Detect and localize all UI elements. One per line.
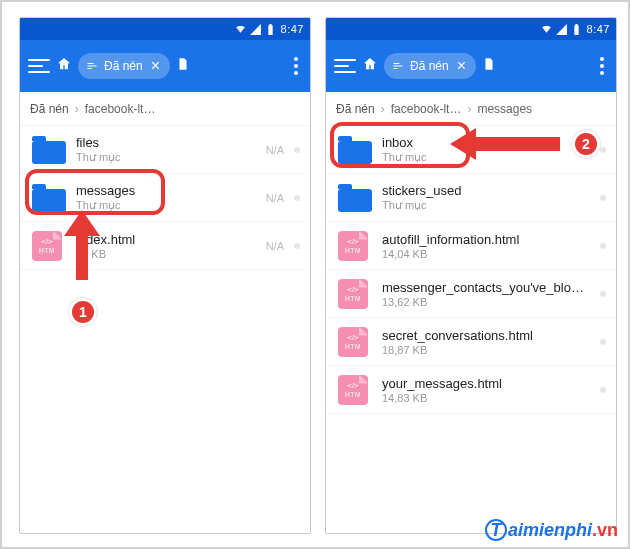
battery-icon bbox=[264, 23, 277, 36]
file-meta: N/A bbox=[266, 144, 284, 156]
menu-icon[interactable] bbox=[28, 59, 50, 73]
folder-icon bbox=[338, 133, 372, 167]
page-icon[interactable] bbox=[176, 57, 190, 75]
chevron-right-icon: › bbox=[75, 102, 79, 116]
list-item[interactable]: filesThư mục N/A bbox=[20, 126, 310, 174]
pill-close-icon[interactable]: × bbox=[149, 58, 162, 74]
list-item[interactable]: stickers_usedThư mục bbox=[326, 174, 616, 222]
row-indicator bbox=[600, 339, 606, 345]
file-name: autofill_information.html bbox=[382, 232, 590, 247]
html-file-icon: </>HTM bbox=[338, 373, 372, 407]
crumb-seg[interactable]: Đã nén bbox=[336, 102, 375, 116]
file-list: inboxThư mục stickers_usedThư mục </>HTM… bbox=[326, 126, 616, 533]
file-meta: N/A bbox=[266, 192, 284, 204]
file-sub: 14,83 KB bbox=[382, 392, 590, 404]
file-name: your_messages.html bbox=[382, 376, 590, 391]
wifi-icon bbox=[540, 23, 553, 36]
file-sub: 14,04 KB bbox=[382, 248, 590, 260]
watermark-cap: T bbox=[485, 519, 507, 541]
crumb-seg[interactable]: Đã nén bbox=[30, 102, 69, 116]
step-bubble-1: 1 bbox=[69, 298, 97, 326]
file-name: index.html bbox=[76, 232, 260, 247]
list-item[interactable]: </>HTM messenger_contacts_you've_blo…13,… bbox=[326, 270, 616, 318]
home-icon[interactable] bbox=[362, 56, 378, 76]
file-sub: 13,62 KB bbox=[382, 296, 590, 308]
battery-icon bbox=[570, 23, 583, 36]
folder-icon bbox=[338, 181, 372, 215]
file-meta: N/A bbox=[266, 240, 284, 252]
breadcrumb: Đã nén › facebook-lt… bbox=[20, 92, 310, 126]
row-indicator bbox=[600, 195, 606, 201]
pill-label: Đã nén bbox=[410, 59, 449, 73]
path-pill[interactable]: Đã nén × bbox=[384, 53, 476, 79]
file-name: secret_conversations.html bbox=[382, 328, 590, 343]
file-name: files bbox=[76, 135, 260, 150]
list-item[interactable]: </>HTM autofill_information.html14,04 KB bbox=[326, 222, 616, 270]
row-indicator bbox=[600, 147, 606, 153]
status-time: 8:47 bbox=[587, 23, 610, 35]
folder-icon bbox=[32, 133, 66, 167]
list-item[interactable]: </>HTM index.html60 KB N/A bbox=[20, 222, 310, 270]
crumb-seg[interactable]: messages bbox=[477, 102, 532, 116]
file-name: messenger_contacts_you've_blo… bbox=[382, 280, 590, 295]
file-name: stickers_used bbox=[382, 183, 590, 198]
overflow-icon[interactable] bbox=[290, 57, 302, 75]
crumb-seg[interactable]: facebook-lt… bbox=[391, 102, 462, 116]
list-item[interactable]: </>HTM your_messages.html14,83 KB bbox=[326, 366, 616, 414]
breadcrumb: Đã nén › facebook-lt… › messages bbox=[326, 92, 616, 126]
step-bubble-2: 2 bbox=[572, 130, 600, 158]
step-number: 1 bbox=[79, 304, 87, 320]
html-file-icon: </>HTM bbox=[338, 277, 372, 311]
list-item[interactable]: </>HTM secret_conversations.html18,87 KB bbox=[326, 318, 616, 366]
toolbar: Đã nén × bbox=[20, 40, 310, 92]
phone-frame-right: 8:47 Đã nén × Đã nén › facebook-lt… › me… bbox=[325, 17, 617, 534]
phone-frame-left: 8:47 Đã nén × Đã nén › facebook-lt… file… bbox=[19, 17, 311, 534]
file-sub: Thư mục bbox=[76, 151, 260, 164]
watermark-suffix: .vn bbox=[592, 520, 618, 540]
chevron-right-icon: › bbox=[381, 102, 385, 116]
home-icon[interactable] bbox=[56, 56, 72, 76]
wifi-icon bbox=[234, 23, 247, 36]
chevron-right-icon: › bbox=[467, 102, 471, 116]
toolbar: Đã nén × bbox=[326, 40, 616, 92]
crumb-seg[interactable]: facebook-lt… bbox=[85, 102, 156, 116]
step-number: 2 bbox=[582, 136, 590, 152]
status-bar: 8:47 bbox=[326, 18, 616, 40]
pill-label: Đã nén bbox=[104, 59, 143, 73]
menu-icon[interactable] bbox=[334, 59, 356, 73]
row-indicator bbox=[600, 291, 606, 297]
row-indicator bbox=[600, 387, 606, 393]
status-bar: 8:47 bbox=[20, 18, 310, 40]
file-sub: 60 KB bbox=[76, 248, 260, 260]
file-sub: 18,87 KB bbox=[382, 344, 590, 356]
html-file-icon: </>HTM bbox=[338, 229, 372, 263]
overflow-icon[interactable] bbox=[596, 57, 608, 75]
tune-icon bbox=[392, 60, 404, 72]
file-sub: Thư mục bbox=[382, 151, 590, 164]
html-file-icon: </>HTM bbox=[338, 325, 372, 359]
folder-icon bbox=[32, 181, 66, 215]
row-indicator bbox=[294, 147, 300, 153]
row-indicator bbox=[294, 243, 300, 249]
signal-icon bbox=[249, 23, 262, 36]
file-name: inbox bbox=[382, 135, 590, 150]
file-list: filesThư mục N/A messagesThư mục N/A </>… bbox=[20, 126, 310, 533]
list-item-messages[interactable]: messagesThư mục N/A bbox=[20, 174, 310, 222]
status-time: 8:47 bbox=[281, 23, 304, 35]
pill-close-icon[interactable]: × bbox=[455, 58, 468, 74]
tune-icon bbox=[86, 60, 98, 72]
file-sub: Thư mục bbox=[382, 199, 590, 212]
signal-icon bbox=[555, 23, 568, 36]
path-pill[interactable]: Đã nén × bbox=[78, 53, 170, 79]
page-icon[interactable] bbox=[482, 57, 496, 75]
row-indicator bbox=[600, 243, 606, 249]
html-file-icon: </>HTM bbox=[32, 229, 66, 263]
watermark-text: aimienphi bbox=[508, 520, 592, 540]
row-indicator bbox=[294, 195, 300, 201]
file-name: messages bbox=[76, 183, 260, 198]
file-sub: Thư mục bbox=[76, 199, 260, 212]
watermark: Taimienphi.vn bbox=[485, 519, 618, 541]
